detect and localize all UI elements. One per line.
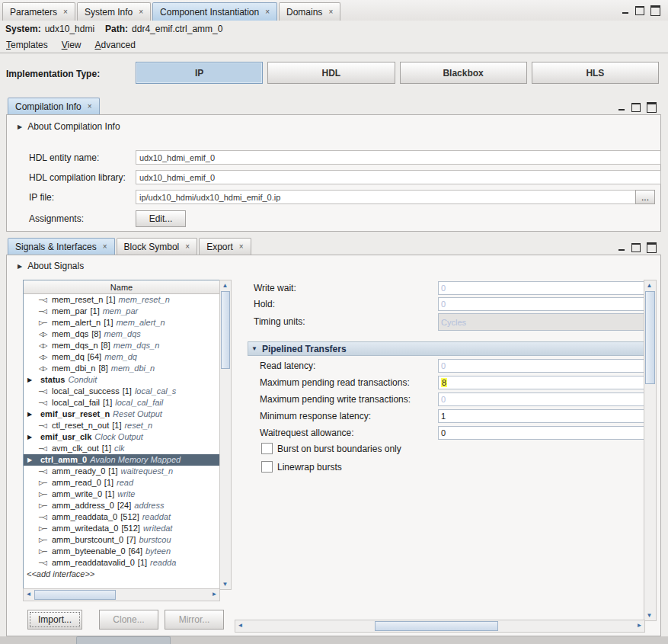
close-icon[interactable]: × xyxy=(103,242,107,251)
minimize-icon[interactable] xyxy=(618,104,625,111)
tree-row[interactable]: ─◁amm_ready_0[1]waitrequest_n xyxy=(24,466,219,477)
props-vertical-scrollbar[interactable]: ▲ ▼ xyxy=(644,280,657,621)
waitrequest-allowance-field[interactable]: 0 xyxy=(438,426,644,440)
scroll-thumb[interactable] xyxy=(34,590,116,600)
scroll-down-icon[interactable]: ▼ xyxy=(220,579,230,589)
impl-button-blackbox[interactable]: Blackbox xyxy=(400,62,527,84)
tree-row[interactable]: ▷─amm_address_0[24]address xyxy=(24,500,219,511)
tree-row[interactable]: ─◁mem_par[1]mem_par xyxy=(24,306,219,317)
float-icon[interactable] xyxy=(635,6,644,15)
close-icon[interactable]: × xyxy=(139,8,143,16)
close-icon[interactable]: × xyxy=(63,8,68,16)
tree-row[interactable]: ▷─mem_alert_n[1]mem_alert_n xyxy=(24,317,219,328)
maximize-icon[interactable] xyxy=(647,102,657,113)
maximize-icon[interactable] xyxy=(647,242,657,253)
hdl-compilation-library-field[interactable]: udx10_hdmi_emif_0 xyxy=(136,170,661,184)
tab-export[interactable]: Export× xyxy=(199,238,251,255)
scroll-down-icon[interactable]: ▼ xyxy=(644,610,654,620)
tree-row[interactable]: ─◁amm_readdatavalid_0[1]readda xyxy=(24,557,219,569)
close-icon[interactable]: × xyxy=(88,102,92,111)
hdl-entity-name-field[interactable]: udx10_hdmi_emif_0 xyxy=(136,150,661,165)
tab-domains[interactable]: Domains× xyxy=(279,2,340,21)
tree-row[interactable]: ─◁amm_readdata_0[512]readdat xyxy=(24,511,219,523)
edit-button[interactable]: Edit... xyxy=(136,210,186,227)
scroll-right-icon[interactable]: ► xyxy=(634,620,644,630)
tree-row[interactable]: ▷─amm_write_0[1]write xyxy=(24,489,219,500)
checkbox-unchecked-icon[interactable] xyxy=(261,443,273,454)
tree-row[interactable]: ─◁local_cal_success[1]local_cal_s xyxy=(24,386,219,397)
close-icon[interactable]: × xyxy=(328,8,333,16)
scroll-right-icon[interactable]: ► xyxy=(209,589,219,599)
close-icon[interactable]: × xyxy=(239,242,244,251)
tab-block-symbol[interactable]: Block Symbol× xyxy=(117,238,198,255)
clone-button[interactable]: Clone... xyxy=(99,610,158,630)
tree-row[interactable]: ◁▷mem_dqs_n[8]mem_dqs_n xyxy=(24,340,219,351)
mirror-button[interactable]: Mirror... xyxy=(165,610,224,630)
scroll-thumb[interactable] xyxy=(221,291,230,369)
tree-row[interactable]: ─◁mem_reset_n[1]mem_reset_n xyxy=(24,294,219,306)
tree-row[interactable]: ─◁local_cal_fail[1]local_cal_fail xyxy=(24,397,219,409)
tree-row[interactable]: ◁▷mem_dq[64]mem_dq xyxy=(24,351,219,363)
pipelined-transfers-header[interactable]: ▼ Pipelined Transfers xyxy=(248,341,644,356)
menu-advanced[interactable]: Advanced xyxy=(95,40,136,50)
ip-file-field[interactable]: ip/udx10_hdmi/udx10_hdmi_emif_0.ip xyxy=(136,190,638,204)
scroll-left-icon[interactable]: ◄ xyxy=(24,589,34,599)
tree-row[interactable]: ▷─amm_burstcount_0[7]burstcou xyxy=(24,534,219,546)
props-horizontal-scrollbar[interactable]: ◄ ► xyxy=(235,620,645,633)
close-icon[interactable]: × xyxy=(265,8,270,16)
float-icon[interactable] xyxy=(631,243,641,252)
timing-units-field[interactable]: Cycles xyxy=(438,313,644,331)
write-wait-field[interactable]: 0 xyxy=(438,281,644,295)
tree-row[interactable]: ▷─amm_byteenable_0[64]byteen xyxy=(24,546,219,557)
tree-row-selected[interactable]: ▶ctrl_amm_0Avalon Memory Mapped xyxy=(24,454,219,466)
tab-system-info[interactable]: System Info× xyxy=(77,2,151,21)
tab-compilation-info[interactable]: Compilation Info× xyxy=(8,98,100,114)
tree-row[interactable]: ▶emif_usr_reset_nReset Output xyxy=(24,409,219,420)
tree-row[interactable]: ▶emif_usr_clkClock Output xyxy=(24,431,219,443)
tree-row[interactable]: ─◁ctl_reset_n_out[1]reset_n xyxy=(24,420,219,431)
tree-row[interactable]: ▶statusConduit xyxy=(24,374,219,386)
tree-row[interactable]: ▷─amm_writedata_0[512]writedat xyxy=(24,523,219,534)
about-compilation-info[interactable]: ▶ About Compilation Info xyxy=(18,121,120,132)
tab-parameters[interactable]: Parameters× xyxy=(2,2,75,21)
tab-signals-interfaces[interactable]: Signals & Interfaces× xyxy=(8,238,115,255)
minimize-icon[interactable] xyxy=(622,8,629,14)
float-icon[interactable] xyxy=(631,103,641,112)
scroll-up-icon[interactable]: ▲ xyxy=(644,280,654,290)
import-button[interactable]: Import... xyxy=(27,610,82,630)
tree-row[interactable]: ─◁avm_clk_out[1]clk xyxy=(24,443,219,454)
burst-boundaries-checkbox-row[interactable]: Burst on burst boundaries only xyxy=(261,443,401,454)
scroll-up-icon[interactable]: ▲ xyxy=(220,280,230,290)
scroll-thumb[interactable] xyxy=(375,621,498,631)
about-signals[interactable]: ▶ About Signals xyxy=(18,261,84,271)
max-pending-write-field[interactable]: 0 xyxy=(438,392,644,406)
maximize-icon[interactable] xyxy=(650,5,660,16)
checkbox-unchecked-icon[interactable] xyxy=(261,461,273,473)
tree-vertical-scrollbar[interactable]: ▲ ▼ xyxy=(219,280,232,590)
scroll-left-icon[interactable]: ◄ xyxy=(235,620,245,630)
tree-header-name[interactable]: Name xyxy=(24,280,219,294)
tree-row[interactable]: ◁▷mem_dqs[8]mem_dqs xyxy=(24,328,219,340)
impl-button-ip[interactable]: IP xyxy=(136,62,263,84)
tree-row[interactable]: ◁▷mem_dbi_n[8]mem_dbi_n xyxy=(24,363,219,374)
tab-component-instantiation[interactable]: Component Instantiation× xyxy=(152,2,277,21)
signal-role: mem_dq xyxy=(104,351,137,363)
tree-horizontal-scrollbar[interactable]: ◄ ► xyxy=(23,588,220,601)
menu-view[interactable]: View xyxy=(62,40,82,50)
impl-button-hls[interactable]: HLS xyxy=(532,62,659,84)
minimize-icon[interactable] xyxy=(618,245,625,252)
read-latency-field[interactable]: 0 xyxy=(438,359,644,373)
tree-row[interactable]: ▷─amm_read_0[1]read xyxy=(24,477,219,489)
linewrap-bursts-checkbox-row[interactable]: Linewrap bursts xyxy=(261,461,342,473)
menu-templates[interactable]: Templates xyxy=(6,40,48,50)
max-pending-read-field[interactable]: 8 xyxy=(438,376,644,389)
scroll-thumb[interactable] xyxy=(645,291,655,384)
close-icon[interactable]: × xyxy=(185,242,190,251)
bottom-panel-tab-edge[interactable] xyxy=(76,636,171,644)
hold-field[interactable]: 0 xyxy=(438,297,644,311)
add-interface-row[interactable]: <<add interface>> xyxy=(24,569,219,580)
ip-file-value: ip/udx10_hdmi/udx10_hdmi_emif_0.ip xyxy=(139,193,280,202)
browse-button[interactable]: ... xyxy=(635,190,655,204)
impl-button-hdl[interactable]: HDL xyxy=(267,62,395,84)
min-response-latency-field[interactable]: 1 xyxy=(438,409,644,423)
